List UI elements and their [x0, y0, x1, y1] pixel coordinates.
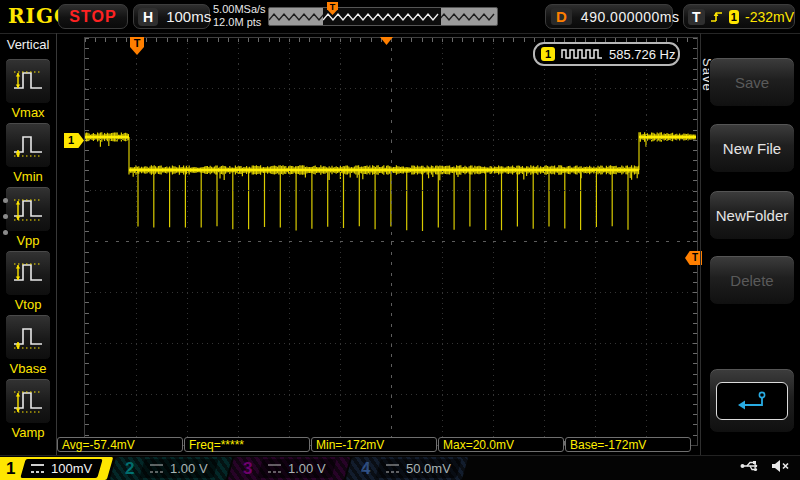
channel-1-status[interactable]: 1 100mV: [0, 457, 113, 480]
channel-status-bar: 1 100mV 2 1.00 V 3 1.00 V 4 5: [0, 455, 800, 480]
delay-readout[interactable]: D 490.000000ms: [545, 4, 673, 29]
channel-2-status[interactable]: 2 1.00 V: [110, 457, 233, 480]
soft-button-label: NewFolder: [716, 207, 789, 224]
horizontal-timebase[interactable]: H 100ms: [133, 4, 210, 29]
measure-item-vpp[interactable]: Vpp: [5, 186, 51, 248]
dc-coupling-icon: [386, 464, 399, 473]
left-measure-menu: Vertical Vmax Vmin Vpp Vtop Vbase Vamp: [0, 33, 57, 455]
usb-icon: [740, 459, 762, 477]
status-icons: [740, 458, 790, 478]
measure-item-vamp[interactable]: Vamp: [5, 378, 51, 440]
vbase-icon: [5, 314, 51, 360]
freq-value: 585.726 Hz: [609, 47, 676, 62]
vamp-icon: [5, 378, 51, 424]
menu-page-dot: [3, 198, 8, 203]
channel-scale: 50.0mV: [406, 461, 451, 476]
delay-label: D: [551, 8, 572, 25]
soft-button-label: New File: [723, 140, 781, 157]
vpp-icon: [5, 186, 51, 232]
measurement-result: Avg=-57.4mV: [57, 437, 183, 452]
measure-item-label: Vtop: [5, 297, 51, 312]
dc-coupling-icon: [31, 464, 44, 473]
graticule-line: [85, 394, 697, 395]
measurement-result: Max=20.0mV: [438, 437, 564, 452]
new-file-button[interactable]: New File: [709, 123, 795, 173]
oscilloscope-screen: RIGOL STOP H 100ms 5.00MSa/s 12.0M pts T…: [0, 0, 800, 480]
channel-scale: 1.00 V: [288, 461, 326, 476]
dc-coupling-icon: [150, 464, 163, 473]
graticule-line: [85, 190, 697, 191]
measurement-result: Freq=*****: [184, 437, 310, 452]
measure-item-vmin[interactable]: Vmin: [5, 122, 51, 184]
return-arrow-icon: [716, 382, 788, 420]
channel-number: 3: [243, 459, 252, 479]
menu-page-dot: [3, 214, 8, 219]
measurement-result: Min=-172mV: [311, 437, 437, 452]
run-state-label: STOP: [69, 8, 116, 26]
freq-source-badge: 1: [541, 47, 555, 61]
trigger-label: T: [688, 9, 705, 25]
measure-item-vbase[interactable]: Vbase: [5, 314, 51, 376]
channel-number: 1: [6, 459, 15, 479]
graticule-line: [85, 139, 697, 140]
waveform-overview-bar[interactable]: T: [268, 7, 498, 26]
measure-item-label: Vmax: [5, 105, 51, 120]
square-wave-icon: [561, 48, 603, 60]
rising-edge-icon: [710, 10, 724, 24]
memory-depth: 12.0M pts: [213, 16, 266, 29]
main-area: Vertical Vmax Vmin Vpp Vtop Vbase Vamp: [0, 33, 800, 455]
measure-menu-title: Vertical: [0, 37, 56, 52]
graticule: [84, 37, 698, 446]
save-button[interactable]: Save: [709, 57, 795, 107]
graticule-line: [85, 241, 697, 242]
channel-number: 2: [125, 459, 134, 479]
delete-button[interactable]: Delete: [709, 255, 795, 305]
delay-value: 490.000000ms: [581, 9, 680, 25]
graticule-line: [85, 88, 697, 89]
measure-item-label: Vbase: [5, 361, 51, 376]
overview-view-window[interactable]: [323, 8, 441, 25]
measure-item-vmax[interactable]: Vmax: [5, 58, 51, 120]
graticule-line: [85, 292, 697, 293]
channel-3-status[interactable]: 3 1.00 V: [228, 457, 351, 480]
new-folder-button[interactable]: NewFolder: [709, 190, 795, 240]
menu-page-dot: [3, 230, 8, 235]
timebase-value: 100ms: [166, 8, 211, 25]
measure-item-label: Vamp: [5, 425, 51, 440]
channel-scale: 1.00 V: [170, 461, 208, 476]
right-soft-menu: Save SaveNew FileNewFolderDelete: [700, 33, 800, 455]
measure-item-label: Vpp: [5, 233, 51, 248]
dc-coupling-icon: [268, 464, 281, 473]
overview-wave-inner: [323, 8, 441, 25]
ch1-ground-marker[interactable]: 1: [64, 133, 84, 148]
graticule-line: [85, 343, 697, 344]
channel-4-status[interactable]: 4 50.0mV: [346, 457, 469, 480]
vtop-icon: [5, 250, 51, 296]
soft-button-label: Delete: [730, 272, 773, 289]
vmin-icon: [5, 122, 51, 168]
acquisition-info: 5.00MSa/s 12.0M pts: [213, 3, 266, 29]
back-button[interactable]: [709, 368, 795, 433]
measurement-results-row: Avg=-57.4mVFreq=*****Min=-172mVMax=20.0m…: [57, 437, 692, 454]
vmax-icon: [5, 58, 51, 104]
measure-item-label: Vmin: [5, 169, 51, 184]
channel-number: 4: [361, 459, 370, 479]
top-status-bar: RIGOL STOP H 100ms 5.00MSa/s 12.0M pts T…: [0, 0, 800, 34]
horizontal-label: H: [138, 8, 158, 26]
trigger-source-badge: 1: [729, 10, 739, 24]
measure-item-vtop[interactable]: Vtop: [5, 250, 51, 312]
soft-button-label: Save: [735, 74, 769, 91]
measurement-result: Base=-172mV: [565, 437, 691, 452]
speaker-muted-icon: [770, 458, 790, 478]
trigger-level-value: -232mV: [745, 9, 794, 25]
channel-scale: 100mV: [51, 461, 92, 476]
sample-rate: 5.00MSa/s: [213, 3, 266, 16]
trigger-readout[interactable]: T 1 -232mV: [683, 4, 795, 29]
run-state-indicator[interactable]: STOP: [58, 4, 128, 29]
frequency-counter: 1 585.726 Hz: [533, 42, 680, 66]
